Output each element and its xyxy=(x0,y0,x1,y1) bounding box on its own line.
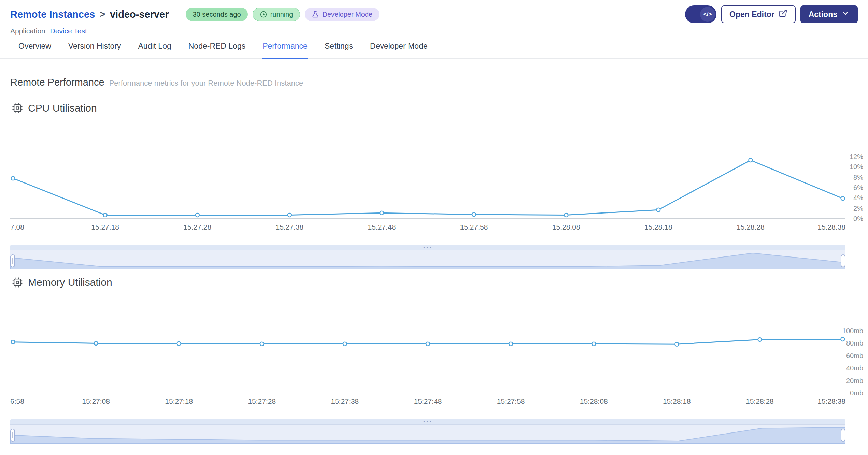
y-axis-tick-label: 4% xyxy=(853,194,863,202)
title-divider xyxy=(10,95,865,95)
actions-button[interactable]: Actions xyxy=(800,5,858,23)
cpu-brush-mini-chart xyxy=(10,250,845,269)
tab-bar: Overview Version History Audit Log Node-… xyxy=(0,40,868,59)
x-axis-tick-label: 15:27:18 xyxy=(165,397,193,406)
x-axis-tick-label: 15:28:28 xyxy=(737,223,765,231)
cpu-brush-move-handle[interactable]: ··· xyxy=(10,245,845,250)
memory-chip-icon xyxy=(12,277,23,288)
y-axis-tick-label: 8% xyxy=(853,173,863,181)
x-axis-tick-label: 6:58 xyxy=(10,397,24,406)
y-axis-tick-label: 10% xyxy=(850,163,863,171)
memory-chart: 0mb20mb40mb60mb80mb100mb 6:5815:27:0815:… xyxy=(10,291,845,407)
page-subtitle: Performance metrics for your Remote Node… xyxy=(109,79,303,88)
status-badge-label: running xyxy=(270,11,293,18)
breadcrumb-separator: > xyxy=(100,9,105,20)
y-axis-tick-label: 80mb xyxy=(846,339,863,347)
memory-section: Memory Utilisation 0mb20mb40mb60mb80mb10… xyxy=(10,276,865,444)
x-axis-tick-label: 15:27:58 xyxy=(497,397,525,406)
actions-label: Actions xyxy=(809,10,837,19)
memory-section-header: Memory Utilisation xyxy=(10,276,865,289)
y-axis-tick-label: 2% xyxy=(853,204,863,212)
x-axis-tick-label: 7:08 xyxy=(10,223,24,231)
cpu-chip-icon xyxy=(12,102,23,114)
tab-developer-mode[interactable]: Developer Mode xyxy=(369,40,428,59)
x-axis-tick-label: 15:28:18 xyxy=(663,397,691,406)
x-axis-tick-label: 15:27:28 xyxy=(183,223,211,231)
y-axis-tick-label: 40mb xyxy=(846,364,863,372)
x-axis-tick-label: 15:27:18 xyxy=(91,223,119,231)
y-axis-tick-label: 100mb xyxy=(842,327,863,335)
main-content: Remote Performance Performance metrics f… xyxy=(0,59,868,444)
memory-chart-plot xyxy=(10,291,845,395)
x-axis-tick-label: 15:27:08 xyxy=(82,397,110,406)
x-axis-tick-label: 15:27:48 xyxy=(368,223,396,231)
cpu-x-axis: 7:0815:27:1815:27:2815:27:3815:27:4815:2… xyxy=(10,220,845,233)
x-axis-tick-label: 15:28:38 xyxy=(817,223,845,231)
breadcrumb: Remote Instances > video-server 30 secon… xyxy=(10,5,685,23)
application-link[interactable]: Device Test xyxy=(50,27,87,35)
status-badge: running xyxy=(253,8,300,21)
x-axis-tick-label: 15:27:38 xyxy=(331,397,359,406)
tab-overview[interactable]: Overview xyxy=(18,40,52,59)
chevron-down-icon xyxy=(841,9,850,19)
flask-icon xyxy=(312,11,319,18)
memory-brush-move-handle[interactable]: ··· xyxy=(10,419,845,425)
y-axis-tick-label: 12% xyxy=(850,153,863,161)
memory-range-slider[interactable]: ··· xyxy=(10,419,845,444)
x-axis-tick-label: 15:27:48 xyxy=(414,397,442,406)
memory-brush-handle-right[interactable] xyxy=(841,429,845,442)
memory-brush-mini-chart xyxy=(10,425,845,444)
y-axis-tick-label: 60mb xyxy=(846,352,863,359)
memory-brush-handle-left[interactable] xyxy=(10,429,15,442)
x-axis-tick-label: 15:28:18 xyxy=(644,223,672,231)
external-link-icon xyxy=(779,9,787,20)
x-axis-tick-label: 15:28:38 xyxy=(817,397,845,406)
y-axis-tick-label: 6% xyxy=(853,184,863,192)
x-axis-tick-label: 15:27:38 xyxy=(275,223,303,231)
cpu-brush-handle-right[interactable] xyxy=(841,254,845,267)
page-title-row: Remote Performance Performance metrics f… xyxy=(10,59,865,88)
breadcrumb-remote-instances[interactable]: Remote Instances xyxy=(10,9,95,20)
tab-performance[interactable]: Performance xyxy=(262,40,308,59)
tab-settings[interactable]: Settings xyxy=(324,40,354,59)
x-axis-tick-label: 15:28:08 xyxy=(580,397,608,406)
memory-section-title: Memory Utilisation xyxy=(28,277,112,288)
y-axis-tick-label: 0mb xyxy=(850,389,863,397)
cpu-range-slider[interactable]: ··· xyxy=(10,245,845,269)
y-axis-tick-label: 20mb xyxy=(846,377,863,384)
code-icon: </> xyxy=(700,7,715,22)
instance-name: video-server xyxy=(110,9,169,20)
developer-mode-badge-label: Developer Mode xyxy=(322,11,372,18)
play-circle-icon xyxy=(260,11,267,18)
memory-x-axis: 6:5815:27:0815:27:1815:27:2815:27:3815:2… xyxy=(10,395,845,407)
page-title: Remote Performance xyxy=(10,77,104,88)
open-editor-label: Open Editor xyxy=(729,10,774,19)
x-axis-tick-label: 15:28:08 xyxy=(552,223,580,231)
tab-node-red-logs[interactable]: Node-RED Logs xyxy=(188,40,246,59)
application-row: Application: Device Test xyxy=(10,26,685,36)
cpu-brush-handle-left[interactable] xyxy=(10,254,15,267)
tab-version-history[interactable]: Version History xyxy=(68,40,122,59)
cpu-chart-plot xyxy=(10,116,845,220)
header: Remote Instances > video-server 30 secon… xyxy=(0,0,868,36)
cpu-section-header: CPU Utilisation xyxy=(10,101,865,115)
open-editor-button[interactable]: Open Editor xyxy=(721,5,796,23)
application-label: Application: xyxy=(10,27,47,35)
x-axis-tick-label: 15:28:28 xyxy=(746,397,774,406)
developer-mode-badge: Developer Mode xyxy=(305,8,379,21)
header-left: Remote Instances > video-server 30 secon… xyxy=(10,5,685,36)
tab-audit-log[interactable]: Audit Log xyxy=(138,40,172,59)
cpu-chart: 0%2%4%6%8%10%12% 7:0815:27:1815:27:2815:… xyxy=(10,116,845,233)
cpu-section: CPU Utilisation 0%2%4%6%8%10%12% 7:0815:… xyxy=(10,101,865,269)
grip-dots-icon: ··· xyxy=(423,420,433,424)
y-axis-tick-label: 0% xyxy=(853,215,863,223)
cpu-y-axis: 0%2%4%6%8%10%12% xyxy=(845,116,865,220)
x-axis-tick-label: 15:27:28 xyxy=(248,397,276,406)
memory-y-axis: 0mb20mb40mb60mb80mb100mb xyxy=(845,291,865,395)
last-seen-badge: 30 seconds ago xyxy=(186,8,247,21)
cpu-section-title: CPU Utilisation xyxy=(28,102,97,114)
developer-mode-toggle[interactable]: </> xyxy=(685,5,716,23)
x-axis-tick-label: 15:27:58 xyxy=(460,223,488,231)
grip-dots-icon: ··· xyxy=(423,246,433,249)
header-actions: </> Open Editor Actions xyxy=(685,5,858,23)
